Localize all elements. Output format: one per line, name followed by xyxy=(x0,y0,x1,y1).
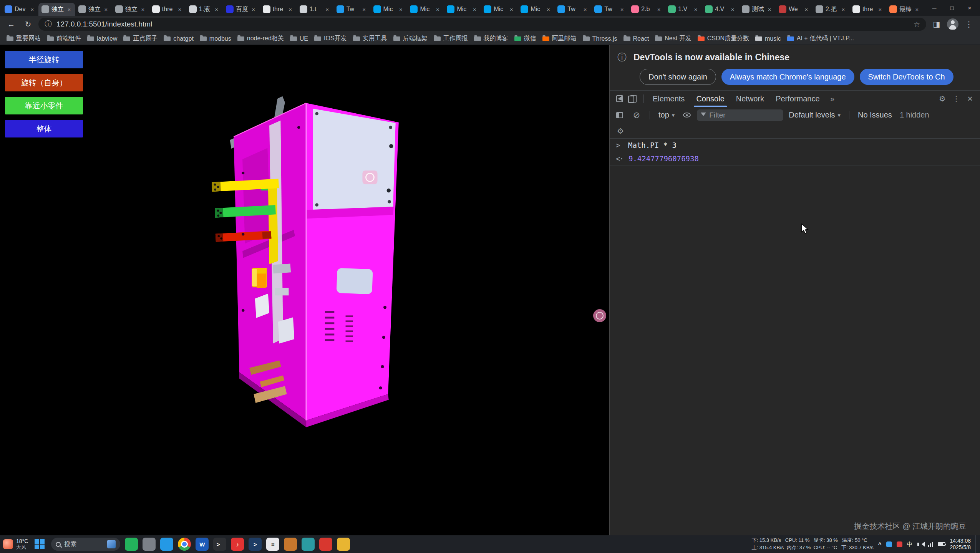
taskbar-app-icon[interactable] xyxy=(302,538,315,551)
bookmark-item[interactable]: 微信 xyxy=(512,34,539,44)
address-bar[interactable]: ⓘ 127.0.0.1:5501/indextest.html ☆ xyxy=(38,18,926,31)
taskbar-app-icon[interactable] xyxy=(284,538,297,551)
log-levels-selector[interactable]: Default levels ▾ xyxy=(786,111,843,119)
browser-tab[interactable]: Mic × xyxy=(407,3,444,16)
start-button[interactable] xyxy=(33,537,46,551)
bookmark-item[interactable]: music xyxy=(753,34,784,44)
tab-close-icon[interactable]: × xyxy=(103,6,109,13)
tab-close-icon[interactable]: × xyxy=(324,6,330,13)
tab-close-icon[interactable]: × xyxy=(140,6,146,13)
threejs-canvas[interactable] xyxy=(0,45,609,535)
taskbar-app-icon[interactable] xyxy=(178,538,191,551)
tab-close-icon[interactable]: × xyxy=(287,6,294,13)
tab-close-icon[interactable]: × xyxy=(877,6,883,13)
tab-close-icon[interactable]: × xyxy=(803,6,809,13)
clear-console-icon[interactable]: ⊘ xyxy=(630,109,643,121)
devtools-menu-icon[interactable]: ⋮ xyxy=(949,93,963,105)
taskbar-app-icon[interactable] xyxy=(319,538,332,551)
devtools-tab[interactable]: Network xyxy=(730,91,770,107)
match-language-button[interactable]: Always match Chrome's language xyxy=(721,69,854,85)
tab-close-icon[interactable]: × xyxy=(434,6,441,13)
reload-icon[interactable]: ↻ xyxy=(22,18,35,31)
tab-close-icon[interactable]: × xyxy=(29,6,35,13)
tab-close-icon[interactable]: × xyxy=(619,6,625,13)
browser-tab[interactable]: 最棒 × xyxy=(886,3,923,16)
issues-counter[interactable]: No Issues xyxy=(856,111,894,119)
bookmark-item[interactable]: IOS开发 xyxy=(312,34,350,44)
bookmark-item[interactable]: 重要网站 xyxy=(4,34,43,44)
bookmark-item[interactable]: 阿里邮箱 xyxy=(540,34,579,44)
browser-tab[interactable]: thre × xyxy=(849,3,886,16)
browser-tab[interactable]: Tw × xyxy=(554,3,591,16)
bookmark-item[interactable]: Thress.js xyxy=(580,34,620,44)
devtools-tab[interactable]: Elements xyxy=(647,91,690,107)
tab-close-icon[interactable]: × xyxy=(730,6,736,13)
browser-tab[interactable]: 测试 × xyxy=(739,3,776,16)
tab-close-icon[interactable]: × xyxy=(840,6,846,13)
taskbar-app-icon[interactable]: >_ xyxy=(213,538,226,551)
bookmark-item[interactable]: 前端组件 xyxy=(44,34,84,44)
browser-tab[interactable]: 独立 × xyxy=(112,3,149,16)
scene-control-button[interactable]: 靠近小零件 xyxy=(5,97,83,114)
devtools-close-icon[interactable]: × xyxy=(963,93,977,105)
dont-show-again-button[interactable]: Don't show again xyxy=(640,69,716,85)
window-maximize-button[interactable]: □ xyxy=(943,0,961,16)
bookmark-item[interactable]: Nest 开发 xyxy=(652,34,694,44)
browser-tab[interactable]: 4.V × xyxy=(702,3,739,16)
bookmark-item[interactable]: CSDN质量分数 xyxy=(695,34,752,44)
more-tabs-icon[interactable]: » xyxy=(826,93,839,105)
bookmark-item[interactable]: React xyxy=(621,34,652,44)
browser-tab[interactable]: Mic × xyxy=(481,3,517,16)
scene-control-button[interactable]: 整体 xyxy=(5,120,83,137)
taskbar-app-icon[interactable] xyxy=(337,538,350,551)
browser-tab[interactable]: 独立 × xyxy=(75,3,112,16)
browser-tab[interactable]: thre × xyxy=(149,3,186,16)
devtools-settings-icon[interactable]: ⚙ xyxy=(935,93,949,105)
bookmark-item[interactable]: node-red相关 xyxy=(235,34,287,44)
tab-close-icon[interactable]: × xyxy=(914,6,920,13)
scene-control-button[interactable]: 旋转（自身） xyxy=(5,74,83,91)
hidden-messages-count[interactable]: 1 hidden xyxy=(897,111,932,119)
tab-close-icon[interactable]: × xyxy=(693,6,699,13)
console-settings-icon[interactable]: ⚙ xyxy=(614,125,627,137)
profile-avatar[interactable] xyxy=(947,18,958,30)
battery-icon[interactable] xyxy=(938,542,945,546)
bookmark-item[interactable]: 实用工具 xyxy=(350,34,390,44)
ime-indicator[interactable]: 中 xyxy=(907,541,913,548)
volume-icon[interactable] xyxy=(917,541,924,547)
bookmark-item[interactable]: 工作周报 xyxy=(431,34,471,44)
tab-close-icon[interactable]: × xyxy=(656,6,662,13)
browser-tab[interactable]: Tw × xyxy=(591,3,628,16)
browser-tab[interactable]: 1.V × xyxy=(665,3,702,16)
bookmark-item[interactable]: 正点原子 xyxy=(121,34,160,44)
tab-close-icon[interactable]: × xyxy=(508,6,514,13)
browser-tab[interactable]: Mic × xyxy=(517,3,554,16)
browser-tab[interactable]: thre × xyxy=(260,3,297,16)
bookmark-item[interactable]: 我的博客 xyxy=(471,34,511,44)
browser-tab[interactable]: 百度 × xyxy=(223,3,260,16)
window-close-button[interactable]: × xyxy=(961,0,978,16)
taskbar-app-icon[interactable]: ♪ xyxy=(231,538,244,551)
window-minimize-button[interactable]: ─ xyxy=(925,0,943,16)
side-panel-icon[interactable]: ◨ xyxy=(930,18,943,31)
bookmark-item[interactable]: UE xyxy=(287,34,311,44)
bookmark-item[interactable]: modbus xyxy=(197,34,234,44)
bookmark-item[interactable]: labview xyxy=(85,34,120,44)
bookmark-item[interactable]: 后端框架 xyxy=(391,34,430,44)
taskbar-app-icon[interactable]: > xyxy=(249,538,262,551)
taskbar-search[interactable]: 搜索 xyxy=(51,538,120,551)
browser-tab[interactable]: 1.t × xyxy=(297,3,333,16)
taskbar-app-icon[interactable] xyxy=(160,538,173,551)
tab-close-icon[interactable]: × xyxy=(471,6,478,13)
tray-app-icon-red[interactable] xyxy=(897,541,902,547)
network-icon[interactable] xyxy=(928,541,933,547)
taskbar-app-icon[interactable]: W xyxy=(196,538,209,551)
browser-tab[interactable]: 独立 × xyxy=(38,3,75,16)
clock[interactable]: 14:43:08 2025/5/8 xyxy=(950,538,971,551)
tab-close-icon[interactable]: × xyxy=(398,6,404,13)
browser-tab[interactable]: We × xyxy=(776,3,813,16)
device-toolbar-icon[interactable] xyxy=(627,93,640,105)
tray-chevron-icon[interactable]: ^ xyxy=(878,541,882,548)
tab-close-icon[interactable]: × xyxy=(214,6,220,13)
devtools-tab[interactable]: Console xyxy=(690,91,730,107)
